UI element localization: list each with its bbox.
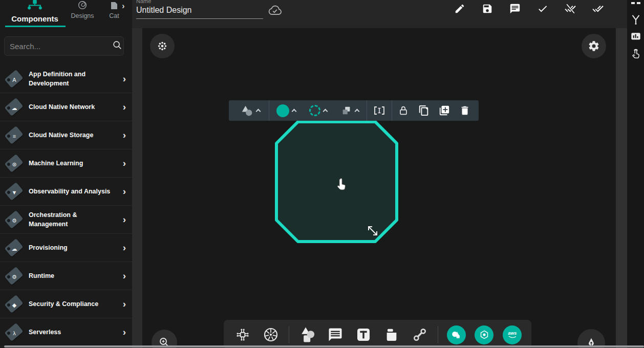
chevron-right-icon: › [118,129,128,141]
chevron-up-icon [323,109,328,114]
panel-icon[interactable] [629,0,642,9]
shape-picker-menu[interactable] [232,100,268,121]
hexagon-icon [479,329,490,340]
shapes-library-button[interactable] [445,323,467,346]
duplicate-button[interactable] [414,100,434,121]
sidebar-category[interactable]: ▼ Observability and Analysis › [0,178,132,206]
right-drawer-handle[interactable] [616,28,627,348]
search-input[interactable] [10,42,112,51]
sidebar-category[interactable]: ⊛ Machine Learning › [0,149,132,178]
chevron-right-icon: › [118,214,128,225]
catalog-icon [110,0,119,10]
canvas-dock-toolbar: aws [224,320,531,348]
chevron-right-icon: › [118,73,128,84]
kubernetes-icon [263,327,279,343]
sidebar-category[interactable]: A App Definition and Development › [0,65,132,93]
shapes-icon [299,326,316,343]
chevron-right-icon: › [118,158,128,169]
kubernetes-button[interactable] [260,323,282,346]
category-label: Machine Learning [29,159,118,168]
right-toolbar [627,0,644,348]
lock-icon [398,105,409,116]
chevron-up-icon [354,109,359,114]
tab-catalog-label: Cat [109,12,119,19]
resize-handle[interactable] [366,224,380,238]
aws-library-button[interactable]: aws [501,323,523,346]
design-name-input[interactable] [136,5,263,19]
category-tag-icon: ⚙ [3,265,25,287]
merge-icon[interactable] [629,13,642,26]
note-button[interactable] [381,323,403,346]
stroke-style-swatch [309,105,320,116]
top-action-bar [454,3,604,15]
components-sidebar: Components Designs Cat › [0,0,132,348]
save-icon[interactable] [481,3,493,15]
fill-color-swatch [276,104,289,117]
check-icon[interactable] [536,3,549,15]
sidebar-category[interactable]: ◆ Security & Compliance › [0,290,132,318]
fit-width-button[interactable] [368,100,391,121]
designs-icon [76,0,89,10]
aws-logo: aws [508,331,517,339]
stroke-style-menu[interactable] [302,100,334,121]
tabs-scroll-chevron-icon[interactable]: › [122,1,125,11]
category-label: Provisioning [29,243,118,252]
trash-icon [459,105,470,116]
chevron-up-icon [292,109,297,114]
design-topbar: Name [132,0,627,28]
edge-button[interactable] [409,323,431,346]
sidebar-category[interactable]: ⚙ Runtime › [0,262,132,290]
sidebar-category[interactable]: ☁ Provisioning › [0,234,132,262]
hexagon-library-button[interactable] [474,323,496,346]
shapes-teal-icon [450,329,462,340]
category-label: Orchestration & Management [29,210,118,229]
lock-button[interactable] [393,100,414,121]
shapes-icon [240,105,253,116]
comment-button[interactable] [325,323,347,346]
meshery-snowflake-button[interactable] [150,34,175,58]
components-icon [25,0,45,10]
layers-icon [341,105,352,116]
horizontal-scrollbar[interactable] [4,345,644,347]
shapes-button[interactable] [296,323,318,346]
sidebar-category[interactable]: ≡ Cloud Native Storage › [0,121,132,149]
tab-designs[interactable]: Designs [67,0,98,19]
chevron-right-icon: › [118,298,128,310]
copy-icon [418,105,430,116]
chart-icon[interactable] [629,30,642,42]
check-all-icon[interactable] [592,3,604,15]
tab-components[interactable]: Components [4,0,66,23]
sidebar-category[interactable]: ☁ Cloud Native Network › [0,93,132,121]
uncheck-all-icon[interactable] [564,3,576,15]
comment-icon[interactable] [509,3,521,15]
category-tag-icon: ☁ [3,96,25,118]
category-tag-icon: ☁ [3,237,25,258]
canvas-settings-button[interactable] [582,34,606,58]
category-label: Serverless [29,328,118,337]
active-tab-underline [5,26,66,27]
text-button[interactable] [353,323,375,346]
cloud-done-icon [267,4,283,19]
delete-button[interactable] [455,100,475,121]
category-list: A App Definition and Development › ☁ Clo… [0,65,132,348]
category-label: Runtime [29,271,118,280]
tab-components-label: Components [11,14,58,23]
edge-link-icon [412,327,428,343]
fit-width-icon [373,104,385,117]
edit-icon[interactable] [454,3,466,15]
category-tag-icon: ◆ [3,293,25,315]
copy-add-button[interactable] [434,100,455,121]
fill-color-menu[interactable] [270,100,302,121]
arrange-menu[interactable] [334,100,366,121]
component-search [4,36,124,56]
touch-icon[interactable] [629,47,642,60]
chevron-right-icon: › [118,242,128,253]
component-browser-button[interactable] [232,323,254,346]
gear-icon [588,40,600,52]
chevron-right-icon: › [118,327,128,338]
category-label: App Definition and Development [29,70,118,88]
left-drawer-handle[interactable] [132,28,142,348]
sidebar-category[interactable]: λ Serverless › [0,318,132,346]
category-label: Observability and Analysis [29,187,118,196]
sidebar-category[interactable]: ⚙ Orchestration & Management › [0,206,132,234]
